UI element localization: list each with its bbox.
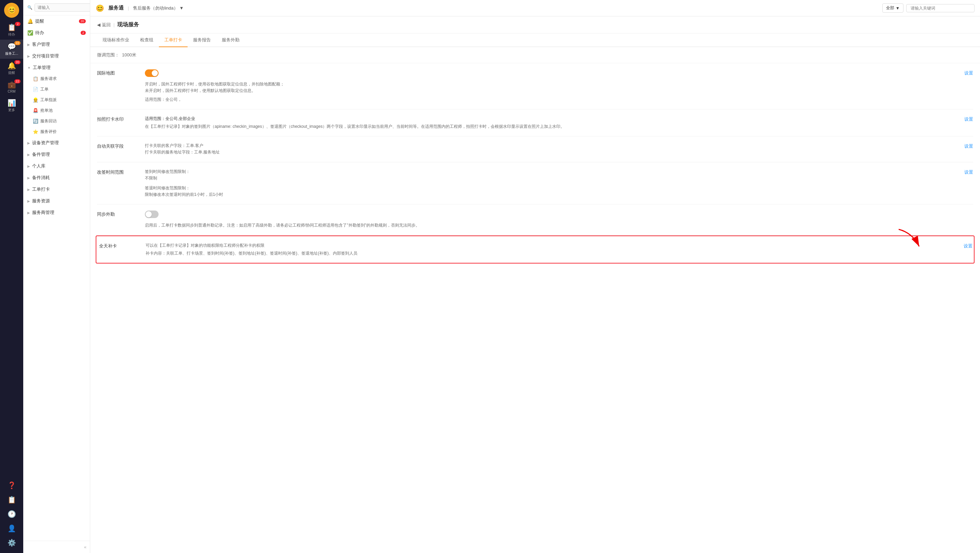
- nav-group-customer-label: 客户管理: [32, 41, 50, 48]
- back-icon: ◀: [97, 22, 100, 27]
- sidebar-item-history[interactable]: 🕐: [0, 507, 23, 521]
- change-time-action[interactable]: 设置: [964, 169, 973, 175]
- report-icon: 📋: [8, 496, 16, 504]
- provider-triangle: ▶: [27, 211, 30, 215]
- nav-item-todo[interactable]: ✅ 待办 2: [23, 27, 90, 38]
- nav-group-checkin[interactable]: ▶ 工单打卡: [23, 183, 90, 195]
- sidebar: 😊 📋 2 待办 💬 22 服务工... 🔔 20 提醒 💼 22 CRM 📊 …: [0, 0, 23, 553]
- service-selector[interactable]: 售后服务（勿动linda） ▼: [133, 5, 183, 11]
- setting-content-all-day-supplement: 可以在【工单打卡记录】对象的功能权限给工程师分配补卡的权限 补卡内容：关联工单、…: [146, 242, 957, 257]
- service-request-icon: 📋: [33, 76, 38, 81]
- pool-icon: 🚨: [33, 108, 38, 113]
- tab-inspection-group[interactable]: 检查组: [135, 33, 159, 47]
- breadcrumb-title: 现场服务: [117, 21, 139, 29]
- sidebar-item-crm[interactable]: 💼 22 CRM: [0, 78, 23, 96]
- tab-field-service[interactable]: 服务外勤: [216, 33, 245, 47]
- setting-row-sync-attendance: 同步外勤 启用后，工单打卡数据同步到普通外勤记录。注意：如启用了高级外勤，请务必…: [97, 204, 973, 235]
- nav-item-remind[interactable]: 🔔 提醒 20: [23, 15, 90, 27]
- intl-map-desc: 开启时，国外工程师打卡时，使用谷歌地图获取定位信息，并扣除地图配额；未开启时，国…: [145, 81, 958, 94]
- nav-group-delivery[interactable]: ▶ 交付项目管理: [23, 50, 90, 62]
- pending-icon: 📋: [8, 23, 16, 32]
- nav-group-equipment[interactable]: ▶ 设备资产管理: [23, 137, 90, 149]
- nav-group-personal[interactable]: ▶ 个人库: [23, 160, 90, 172]
- checkin-triangle: ▶: [27, 188, 30, 191]
- toggle-knob: [152, 70, 158, 76]
- top-divider: |: [128, 5, 129, 11]
- nav-remind-label: 提醒: [35, 18, 44, 24]
- history-icon: 🕐: [8, 510, 16, 518]
- setting-row-auto-link: 自动关联字段 打卡关联的客户字段：工单.客户 打卡关联的服务地址字段：工单.服务…: [97, 136, 973, 162]
- nav-todo-label: 待办: [35, 30, 44, 36]
- sidebar-item-report[interactable]: 📋: [0, 493, 23, 507]
- remind-badge: 20: [14, 60, 21, 64]
- chevron-down-icon: ▼: [180, 5, 184, 11]
- sync-attendance-toggle[interactable]: [145, 210, 159, 218]
- nav-group-consume-label: 备件消耗: [32, 175, 50, 181]
- change-time-checkout-title: 签退时间修改范围限制：: [145, 185, 958, 191]
- photo-watermark-action[interactable]: 设置: [964, 116, 973, 122]
- setting-content-international-map: 开启时，国外工程师打卡时，使用谷歌地图获取定位信息，并扣除地图配额；未开启时，国…: [145, 69, 958, 103]
- setting-row-change-time: 改签时间范围 签到时间修改范围限制： 不限制 签退时间修改范围限制： 限制修改本…: [97, 163, 973, 205]
- search-icon: 🔍: [27, 5, 32, 10]
- nav-collapse-button[interactable]: «: [23, 541, 90, 553]
- fine-tune-section: 微调范围： 1000米: [90, 47, 980, 63]
- filter-chevron: ▼: [896, 6, 900, 11]
- workorder-triangle: ▼: [27, 66, 31, 70]
- tab-workorder-checkin[interactable]: 工单打卡: [159, 33, 188, 47]
- tab-service-report[interactable]: 服务报告: [188, 33, 216, 47]
- nav-sub-revisit[interactable]: 🔄 服务回访: [26, 116, 90, 126]
- back-button[interactable]: ◀ 返回: [97, 22, 111, 28]
- nav-group-workorder: ▼ 工单管理 📋 服务请求 📄 工单 👷 工单指派 🚨 抢单池 🔄 服务: [23, 62, 90, 137]
- personal-triangle: ▶: [27, 164, 30, 168]
- nav-group-delivery-label: 交付项目管理: [32, 53, 59, 59]
- nav-sub-workorder-label: 工单: [40, 86, 49, 92]
- service-badge: 22: [14, 41, 21, 45]
- top-logo: 😊: [95, 4, 104, 12]
- nav-group-consume[interactable]: ▶ 备件消耗: [23, 172, 90, 183]
- sidebar-item-more[interactable]: 📊 更多: [0, 96, 23, 115]
- tab-standard-work[interactable]: 现场标准作业: [97, 33, 135, 47]
- filter-select[interactable]: 全部 ▼: [882, 3, 904, 13]
- more-icon: 📊: [8, 99, 16, 107]
- app-title: 服务通: [108, 5, 124, 11]
- nav-sub-workorder[interactable]: 📄 工单: [26, 84, 90, 95]
- nav-group-provider[interactable]: ▶ 服务商管理: [23, 207, 90, 218]
- international-map-action[interactable]: 设置: [964, 69, 973, 76]
- nav-search-input[interactable]: [35, 3, 90, 12]
- sidebar-label-crm: CRM: [8, 89, 16, 93]
- collapse-icon: «: [84, 545, 86, 550]
- nav-sub-rating[interactable]: ⭐ 服务评价: [26, 126, 90, 137]
- international-map-toggle[interactable]: [145, 69, 159, 77]
- setting-row-all-day-supplement: 全天补卡 可以在【工单打卡记录】对象的功能权限给工程师分配补卡的权限 补卡内容：…: [95, 236, 975, 263]
- sidebar-item-settings[interactable]: ⚙️: [0, 536, 23, 550]
- sync-toggle-knob: [146, 211, 152, 217]
- app-logo: 😊: [4, 3, 19, 18]
- delivery-triangle: ▶: [27, 54, 30, 58]
- setting-content-sync-attendance: 启用后，工单打卡数据同步到普通外勤记录。注意：如启用了高级外勤，请务必让工程师/…: [145, 210, 973, 229]
- crm-badge: 22: [14, 79, 21, 83]
- fine-tune-value: 1000米: [122, 52, 136, 58]
- nav-sub-pool[interactable]: 🚨 抢单池: [26, 105, 90, 116]
- nav-group-workorder-header[interactable]: ▼ 工单管理: [23, 62, 90, 73]
- sidebar-item-pending[interactable]: 📋 2 待办: [0, 21, 23, 40]
- workorder-icon: 📄: [33, 87, 38, 92]
- nav-sub-rating-label: 服务评价: [40, 129, 57, 135]
- nav-sub-dispatch[interactable]: 👷 工单指派: [26, 95, 90, 105]
- sidebar-item-help[interactable]: ❓: [0, 478, 23, 493]
- setting-label-photo-watermark: 拍照打卡水印: [97, 116, 138, 122]
- auto-link-action[interactable]: 设置: [964, 142, 973, 149]
- nav-group-spare[interactable]: ▶ 备件管理: [23, 149, 90, 160]
- sidebar-item-remind[interactable]: 🔔 20 提醒: [0, 59, 23, 78]
- sidebar-item-user[interactable]: 👤: [0, 521, 23, 536]
- top-search-input[interactable]: [906, 4, 975, 12]
- nav-group-customer[interactable]: ▶ 客户管理: [23, 38, 90, 50]
- nav-sub-service-request[interactable]: 📋 服务请求: [26, 73, 90, 84]
- change-time-checkin-val: 不限制: [145, 175, 958, 182]
- nav-search-area: 🔍 +: [23, 0, 90, 15]
- sidebar-label-more: 更多: [8, 108, 15, 112]
- sidebar-item-service[interactable]: 💬 22 服务工...: [0, 40, 23, 59]
- nav-group-resource[interactable]: ▶ 服务资源: [23, 195, 90, 207]
- filter-label: 全部: [886, 5, 894, 11]
- main-content: 😊 服务通 | 售后服务（勿动linda） ▼ 全部 ▼ ◀ 返回 | 现场服务: [90, 0, 980, 553]
- all-day-supplement-action[interactable]: 设置: [964, 242, 972, 249]
